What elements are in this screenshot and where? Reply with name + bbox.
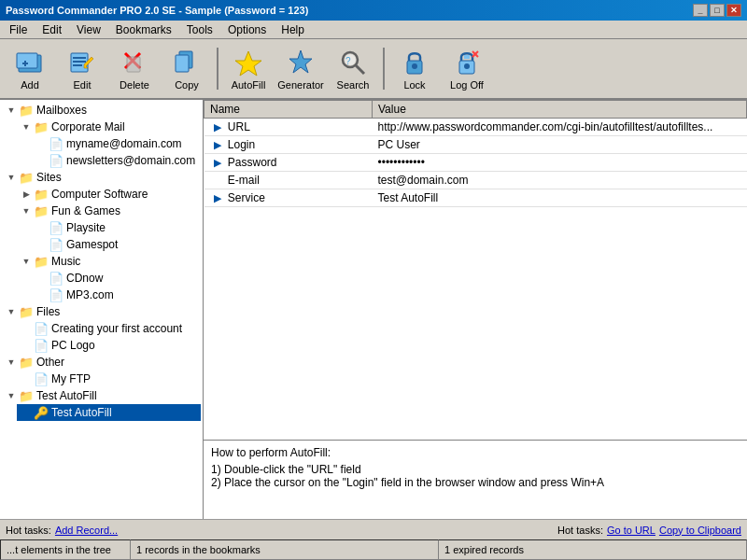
svg-point-24 [464,63,470,69]
tree-label-ta: Test AutoFill [51,406,112,419]
svg-marker-14 [235,51,261,76]
tree-item-cdnow[interactable]: ▶ 📄 CDnow [32,270,201,287]
tree-panel[interactable]: ▼ 📁 Mailboxes ▼ 📁 Corporate Mail ▶ 📄 myn… [0,100,204,519]
right-panel: Name Value ▶ URL http://www.passwordcomm… [204,100,747,519]
expand-taf[interactable]: ▼ [4,388,19,403]
lock-label: Lock [403,79,425,91]
table-row[interactable]: ▶ Service Test AutoFill [204,189,747,207]
edit-icon [67,48,97,77]
logoff-button[interactable]: Log Off [443,43,491,94]
status-expired: 1 expired records [439,539,747,560]
folder-icon: 📁 [34,254,49,269]
row-value-login: PC User [373,136,747,154]
folder-icon: 📁 [19,355,34,370]
col-header-name: Name [204,101,373,119]
add-record-link[interactable]: Add Record... [55,525,118,536]
lock-button[interactable]: Lock [390,43,439,94]
tree-label-cdnow: CDnow [66,272,103,285]
svg-point-21 [412,63,417,69]
copy-button[interactable]: Copy [162,43,211,94]
row-arrow-icon: ▶ [210,192,225,204]
expand-other[interactable]: ▼ [4,355,19,370]
folder-icon: 📁 [19,304,34,319]
tree-item-mailboxes[interactable]: ▼ 📁 Mailboxes [2,102,201,119]
menu-edit[interactable]: Edit [36,21,67,38]
expand-fg[interactable]: ▼ [19,203,34,218]
tree-item-myname[interactable]: ▶ 📄 myname@domain.com [32,135,201,152]
toolbar-separator-2 [383,48,385,90]
svg-rect-7 [73,64,82,66]
expand-mailboxes[interactable]: ▼ [4,103,19,118]
tree-item-other[interactable]: ▼ 📁 Other [2,354,201,371]
folder-icon: 📁 [19,170,34,185]
tree-label-creating: Creating your first account [51,322,182,335]
menu-help[interactable]: Help [275,21,310,38]
svg-text:?: ? [345,56,351,66]
copy-icon [172,48,202,77]
tree-label-cs: Computer Software [51,188,148,201]
svg-rect-5 [73,57,86,59]
tree-item-files[interactable]: ▼ 📁 Files [2,303,201,320]
tree-item-corporate-mail[interactable]: ▼ 📁 Corporate Mail [17,119,201,135]
tree-item-music[interactable]: ▼ 📁 Music [17,253,201,270]
go-to-url-link[interactable]: Go to URL [607,525,655,536]
tree-item-myftp[interactable]: ▶ 📄 My FTP [17,371,201,387]
doc-icon: 📄 [49,287,63,302]
minimize-button[interactable]: _ [693,4,708,17]
row-value-url: http://www.passwordcommander.com/cgi-bin… [373,119,747,136]
data-table[interactable]: Name Value ▶ URL http://www.passwordcomm… [204,100,747,440]
row-name-email: ▶ E-mail [204,172,373,189]
menu-view[interactable]: View [71,21,106,38]
table-row[interactable]: ▶ E-mail test@domain.com [204,172,747,189]
tree-item-mp3[interactable]: ▶ 📄 MP3.com [32,287,201,303]
expand-music[interactable]: ▼ [19,254,34,269]
autofill-icon [233,48,263,77]
tree-label-newsletters: newsletters@domain.com [66,154,195,167]
generator-button[interactable]: Generator [276,43,325,94]
add-label: Add [21,79,39,91]
tree-item-fun-games[interactable]: ▼ 📁 Fun & Games [17,203,201,219]
delete-button[interactable]: Delete [110,43,159,94]
tree-item-playsite[interactable]: ▶ 📄 Playsite [32,219,201,236]
table-row[interactable]: ▶ Login PC User [204,136,747,154]
tree-item-newsletters[interactable]: ▶ 📄 newsletters@domain.com [32,152,201,169]
delete-icon [120,48,149,77]
ftp-icon: 📄 [34,371,49,386]
menu-file[interactable]: File [4,21,33,38]
generator-label: Generator [277,79,324,91]
table-row[interactable]: ▶ Password •••••••••••• [204,154,747,172]
add-button[interactable]: Add [6,43,54,94]
close-button[interactable]: ✕ [726,4,741,17]
menu-options[interactable]: Options [222,21,272,38]
tree-item-test-autofill-folder[interactable]: ▼ 📁 Test AutoFill [2,387,201,404]
doc-icon: 📄 [49,271,63,286]
svg-marker-15 [289,50,312,73]
expand-files[interactable]: ▼ [4,304,19,319]
menu-tools[interactable]: Tools [181,21,218,38]
tree-item-test-autofill[interactable]: ▶ 🔑 Test AutoFill [17,404,201,421]
menu-bookmarks[interactable]: Bookmarks [110,21,177,38]
copy-clipboard-link[interactable]: Copy to Clipboard [659,525,741,536]
doc-icon: 📄 [49,136,63,151]
tree-item-creating[interactable]: ▶ 📄 Creating your first account [17,320,201,337]
lock-icon [400,48,430,77]
tree-item-computer-software[interactable]: ▶ 📁 Computer Software [17,186,201,203]
tree-item-sites[interactable]: ▼ 📁 Sites [2,169,201,186]
tree-label-files: Files [36,305,60,318]
tree-item-gamespot[interactable]: ▶ 📄 Gamespot [32,236,201,253]
search-button[interactable]: ? Search [329,43,377,94]
edit-label: Edit [74,79,92,91]
expand-corporate[interactable]: ▼ [19,119,34,134]
folder-icon: 📁 [34,119,49,134]
expand-cs[interactable]: ▶ [19,187,34,202]
edit-button[interactable]: Edit [58,43,106,94]
row-arrow-icon: ▶ [210,139,225,151]
autofill-button[interactable]: AutoFill [224,43,273,94]
tree-item-pclogo[interactable]: ▶ 📄 PC Logo [17,337,201,354]
toolbar: Add Edit Delete [0,39,747,100]
tree-label-other: Other [36,356,64,369]
table-row[interactable]: ▶ URL http://www.passwordcommander.com/c… [204,119,747,136]
row-name-service: ▶ Service [204,189,373,207]
maximize-button[interactable]: □ [710,4,725,17]
expand-sites[interactable]: ▼ [4,170,19,185]
